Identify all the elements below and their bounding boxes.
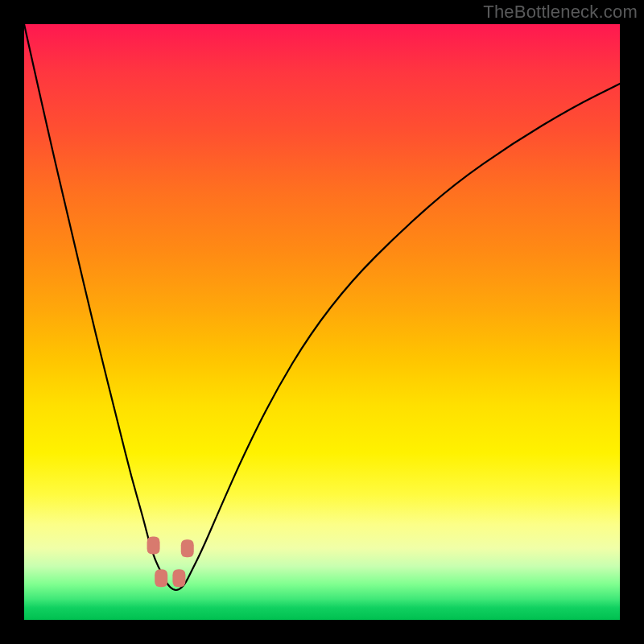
curve-line	[24, 24, 620, 590]
bottleneck-curve	[24, 24, 620, 620]
curve-marker	[155, 569, 167, 587]
plot-area	[24, 24, 620, 620]
watermark-text: TheBottleneck.com	[483, 2, 638, 23]
curve-marker	[172, 569, 185, 587]
chart-container: TheBottleneck.com	[0, 0, 644, 644]
curve-marker	[147, 537, 160, 555]
curve-marker	[181, 539, 194, 557]
